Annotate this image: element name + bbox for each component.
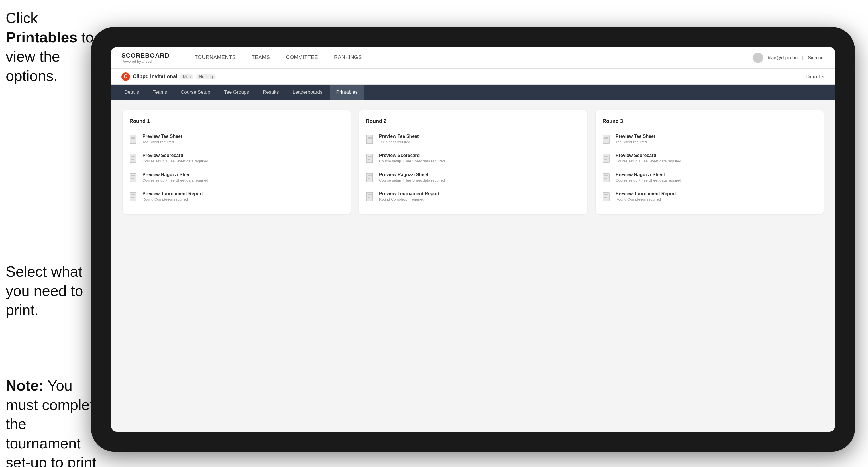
round3-tournament-report-sub: Round Completion required [616,197,676,201]
document-icon-6 [366,154,375,164]
instruction-bottom: Note: You must complete the tournament s… [6,376,102,467]
round1-raguzzi-text: Preview Raguzzi Sheet Course setup + Tee… [143,172,208,182]
tab-bar: Details Teams Course Setup Tee Groups Re… [111,85,835,100]
tournament-title: Clippd Invitational [133,73,177,80]
logo-sub: Powered by clippd [121,59,169,64]
svg-rect-32 [367,192,373,201]
tab-teams[interactable]: Teams [147,85,173,100]
nav-tournaments[interactable]: TOURNAMENTS [187,47,244,69]
instruction-middle: Select what you need to print. [6,262,102,320]
round3-scorecard-text: Preview Scorecard Course setup + Tee She… [616,153,681,163]
rounds-grid: Round 1 Preview Tee Sheet [123,110,824,214]
svg-rect-40 [603,154,609,163]
document-icon-3 [129,173,138,183]
round1-scorecard-sub: Course setup + Tee Sheet data required [143,159,208,163]
round3-tournament-report-text: Preview Tournament Report Round Completi… [616,191,676,201]
document-icon-2 [129,154,138,164]
round1-tee-sheet-sub: Tee Sheet required [143,140,182,144]
tab-results[interactable]: Results [256,85,285,100]
document-icon-12 [602,192,612,202]
document-icon-7 [366,173,375,183]
round2-scorecard-text: Preview Scorecard Course setup + Tee She… [379,153,445,163]
round2-tournament-report-text: Preview Tournament Report Round Completi… [379,191,439,201]
round1-scorecard[interactable]: Preview Scorecard Course setup + Tee She… [129,149,344,168]
round-2-title: Round 2 [366,118,580,124]
nav-teams[interactable]: TEAMS [244,47,278,69]
round-3-section: Round 3 Preview Tee Sheet [596,110,824,214]
svg-rect-8 [130,154,136,163]
svg-rect-12 [130,173,136,182]
round3-raguzzi-sub: Course setup + Tee Sheet data required [616,178,681,182]
round2-scorecard[interactable]: Preview Scorecard Course setup + Tee She… [366,149,580,168]
nav-committee[interactable]: COMMITTEE [278,47,326,69]
document-icon-9 [602,134,612,145]
round-2-section: Round 2 Preview Tee Sheet [359,110,587,214]
round-3-title: Round 3 [602,118,817,124]
round2-raguzzi-sub: Course setup + Tee Sheet data required [379,178,445,182]
round2-raguzzi[interactable]: Preview Raguzzi Sheet Course setup + Tee… [366,168,580,187]
round1-raguzzi[interactable]: Preview Raguzzi Sheet Course setup + Tee… [129,168,344,187]
tournament-icon: C [121,72,130,81]
tab-course-setup[interactable]: Course Setup [175,85,217,100]
round-1-title: Round 1 [129,118,344,124]
nav-separator: | [802,55,803,60]
svg-rect-24 [367,154,373,163]
round3-raguzzi-text: Preview Raguzzi Sheet Course setup + Tee… [616,172,681,182]
round3-tee-sheet-text: Preview Tee Sheet Tee Sheet required [616,134,655,144]
round3-raguzzi[interactable]: Preview Raguzzi Sheet Course setup + Tee… [602,168,817,187]
tournament-badge: Men [180,74,193,80]
round3-raguzzi-title: Preview Raguzzi Sheet [616,172,681,177]
round2-scorecard-title: Preview Scorecard [379,153,445,158]
round-1-section: Round 1 Preview Tee Sheet [123,110,350,214]
round2-tee-sheet-text: Preview Tee Sheet Tee Sheet required [379,134,418,144]
round1-tee-sheet-text: Preview Tee Sheet Tee Sheet required [143,134,182,144]
round1-tee-sheet-title: Preview Tee Sheet [143,134,182,139]
round1-scorecard-title: Preview Scorecard [143,153,208,158]
tab-leaderboards[interactable]: Leaderboards [286,85,329,100]
round3-scorecard-sub: Course setup + Tee Sheet data required [616,159,681,163]
round2-raguzzi-title: Preview Raguzzi Sheet [379,172,445,177]
round2-tournament-report-title: Preview Tournament Report [379,191,439,196]
round3-scorecard[interactable]: Preview Scorecard Course setup + Tee She… [602,149,817,168]
round1-tournament-report-text: Preview Tournament Report Round Completi… [143,191,203,201]
round1-raguzzi-sub: Course setup + Tee Sheet data required [143,178,208,182]
svg-rect-48 [603,192,609,201]
round3-tee-sheet-title: Preview Tee Sheet [616,134,655,139]
svg-rect-44 [603,173,609,182]
document-icon-5 [366,134,375,145]
top-nav: SCOREBOARD Powered by clippd TOURNAMENTS… [111,47,835,69]
document-icon-8 [366,192,375,202]
svg-rect-20 [367,135,373,144]
tournament-status: Hosting [196,74,215,80]
round1-tournament-report-sub: Round Completion required [143,197,203,201]
round2-tee-sheet-sub: Tee Sheet required [379,140,418,144]
cancel-button[interactable]: Cancel ✕ [806,74,825,79]
tab-details[interactable]: Details [118,85,145,100]
round3-tee-sheet[interactable]: Preview Tee Sheet Tee Sheet required [602,130,817,149]
main-content: Round 1 Preview Tee Sheet [111,100,835,432]
sign-out-link[interactable]: Sign out [808,55,825,60]
round2-tournament-report[interactable]: Preview Tournament Report Round Completi… [366,187,580,206]
round3-tournament-report-title: Preview Tournament Report [616,191,676,196]
round1-tee-sheet[interactable]: Preview Tee Sheet Tee Sheet required [129,130,344,149]
round3-tournament-report[interactable]: Preview Tournament Report Round Completi… [602,187,817,206]
sub-nav: C Clippd Invitational Men Hosting Cancel… [111,69,835,85]
round1-raguzzi-title: Preview Raguzzi Sheet [143,172,208,177]
svg-rect-28 [367,173,373,182]
tablet-frame: SCOREBOARD Powered by clippd TOURNAMENTS… [91,27,855,452]
tab-tee-groups[interactable]: Tee Groups [218,85,255,100]
round2-tournament-report-sub: Round Completion required [379,197,439,201]
tab-printables[interactable]: Printables [330,85,364,100]
nav-rankings[interactable]: RANKINGS [326,47,370,69]
round3-tee-sheet-sub: Tee Sheet required [616,140,655,144]
scoreboard-logo: SCOREBOARD Powered by clippd [121,52,169,64]
round2-tee-sheet-title: Preview Tee Sheet [379,134,418,139]
round1-tournament-report[interactable]: Preview Tournament Report Round Completi… [129,187,344,206]
top-nav-right: blair@clippd.io | Sign out [753,53,825,63]
svg-rect-16 [130,192,136,201]
round1-tournament-report-title: Preview Tournament Report [143,191,203,196]
user-info: blair@clippd.io [768,55,798,60]
logo-title: SCOREBOARD [121,52,169,59]
round2-tee-sheet[interactable]: Preview Tee Sheet Tee Sheet required [366,130,580,149]
svg-rect-36 [603,135,609,144]
